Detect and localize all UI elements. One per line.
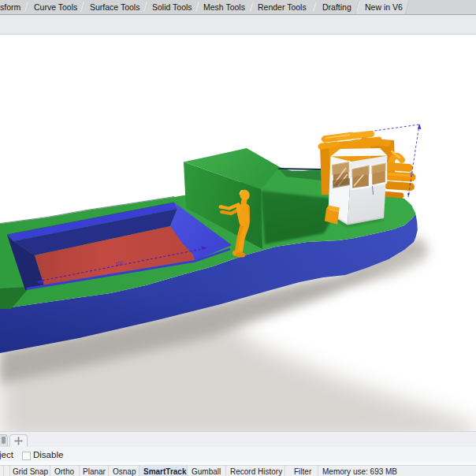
svg-text:35: 35 xyxy=(409,171,415,177)
